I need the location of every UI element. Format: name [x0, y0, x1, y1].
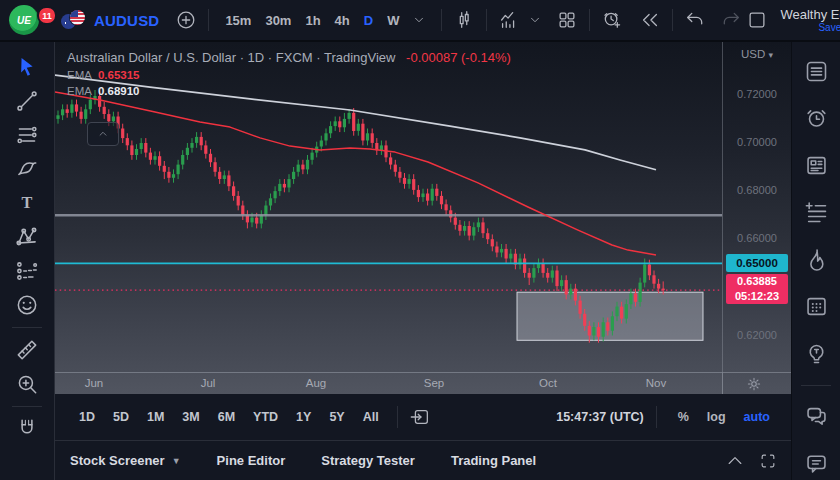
- time-tick: Aug: [306, 377, 326, 389]
- symbol-name: AUDUSD: [94, 12, 159, 29]
- price-axis[interactable]: USD ▾ 0.720000.700000.680000.660000.6200…: [722, 42, 791, 394]
- last-price-label: 0.6388505:12:23: [726, 274, 788, 304]
- fib-lines-tool-button[interactable]: [10, 118, 44, 152]
- us-flag-icon: [70, 10, 85, 25]
- maximize-panel-button[interactable]: [758, 451, 778, 471]
- hotlist-icon: [803, 246, 830, 273]
- create-alert-button[interactable]: [599, 7, 625, 33]
- notes-plus-panel-button[interactable]: [799, 195, 833, 229]
- select-layout-button[interactable]: [744, 7, 770, 33]
- timeframe-more-button[interactable]: [406, 7, 432, 33]
- timeframe-4h[interactable]: 4h: [328, 13, 357, 28]
- forecast-icon: [14, 258, 40, 284]
- axis-settings-button[interactable]: [745, 375, 763, 393]
- range-box-drawing: [517, 292, 703, 340]
- range-5y-button[interactable]: 5Y: [320, 410, 353, 424]
- range-1y-button[interactable]: 1Y: [287, 410, 320, 424]
- tab-strategy-tester[interactable]: Strategy Tester: [321, 453, 415, 468]
- range-3m-button[interactable]: 3M: [173, 410, 208, 424]
- symbol-flags-icon: [61, 8, 87, 32]
- ema-red-line: [55, 92, 656, 255]
- chart-style-button[interactable]: [451, 7, 477, 33]
- notes-plus-icon: [803, 199, 830, 226]
- pattern-tool-button[interactable]: [10, 220, 44, 254]
- pattern-icon: [14, 224, 40, 250]
- timeframe-30m[interactable]: 30m: [258, 13, 298, 28]
- divider: [441, 9, 442, 31]
- legend-indicator-row[interactable]: EMA0.65315: [67, 69, 511, 81]
- chart-pane[interactable]: Australian Dollar / U.S. Dollar · 1D · F…: [55, 42, 722, 394]
- range-ytd-button[interactable]: YTD: [244, 410, 287, 424]
- tradingview-app: { "topbar": { "notifications_badge": "11…: [0, 0, 840, 480]
- divider: [486, 9, 487, 31]
- timeframe-w[interactable]: W: [380, 13, 406, 28]
- tab-label: Strategy Tester: [321, 453, 415, 468]
- text-tool-button[interactable]: T: [10, 186, 44, 220]
- timeframe-d[interactable]: D: [357, 13, 380, 28]
- chat-private-icon: [803, 450, 830, 477]
- range-1d-button[interactable]: 1D: [70, 410, 104, 424]
- forecast-tool-button[interactable]: [10, 254, 44, 288]
- add-symbol-button[interactable]: [173, 7, 199, 33]
- calendar-panel-button[interactable]: [799, 289, 833, 323]
- price-tick: 0.70000: [723, 136, 791, 148]
- auto-scale-button[interactable]: auto: [735, 410, 779, 424]
- zoom-in-icon: [14, 371, 40, 397]
- symbol-button[interactable]: AUDUSD: [61, 8, 159, 32]
- gear-icon: [745, 375, 763, 393]
- tab-pine-editor[interactable]: Pine Editor: [217, 453, 286, 468]
- time-axis[interactable]: JunJulAugSepOctNov: [55, 372, 722, 394]
- collapse-legend-button[interactable]: [87, 122, 119, 146]
- range-1m-button[interactable]: 1M: [138, 410, 173, 424]
- tab-trading-panel[interactable]: Trading Panel: [451, 453, 536, 468]
- range-all-button[interactable]: All: [354, 410, 388, 424]
- ideas-panel-button[interactable]: [799, 336, 833, 370]
- range-6m-button[interactable]: 6M: [209, 410, 244, 424]
- brush-tool-button[interactable]: [10, 152, 44, 186]
- chat-public-panel-button[interactable]: [799, 399, 833, 433]
- save-layout-button[interactable]: Save: [818, 22, 840, 33]
- indicators-button[interactable]: [496, 7, 522, 33]
- time-tick: Jul: [201, 377, 216, 389]
- indicators-more-button[interactable]: [522, 7, 548, 33]
- logo-glyph: UE: [17, 15, 31, 26]
- legend-title: Australian Dollar / U.S. Dollar · 1D · F…: [67, 50, 395, 65]
- go-to-date-button[interactable]: [407, 404, 433, 430]
- alerts-panel-button[interactable]: [799, 101, 833, 135]
- open-panel-button[interactable]: [725, 451, 745, 471]
- currency-selector[interactable]: USD ▾: [723, 48, 791, 60]
- emoji-tool-button[interactable]: [10, 288, 44, 322]
- divider: [801, 385, 831, 386]
- layout-name-block[interactable]: Wealthy Edu Save: [780, 7, 840, 33]
- indicator-label: EMA: [67, 85, 92, 97]
- watchlist-panel-button[interactable]: [799, 54, 833, 88]
- bar-replay-button[interactable]: [637, 7, 663, 33]
- legend-indicator-row[interactable]: EMA0.68910: [67, 85, 511, 97]
- chat-private-panel-button[interactable]: [799, 446, 833, 480]
- zoom-in-tool-button[interactable]: [10, 367, 44, 401]
- hotlist-panel-button[interactable]: [799, 242, 833, 276]
- chevron-up-icon: [96, 127, 110, 141]
- indicator-templates-button[interactable]: [554, 7, 580, 33]
- magnet-tool-button[interactable]: [10, 412, 44, 446]
- ruler-tool-button[interactable]: [10, 333, 44, 367]
- percent-scale-button[interactable]: %: [669, 410, 698, 424]
- trend-line-icon: [14, 88, 40, 114]
- undo-button[interactable]: [682, 7, 708, 33]
- news-icon: [803, 152, 830, 179]
- trend-line-tool-button[interactable]: [10, 84, 44, 118]
- redo-button[interactable]: [718, 7, 744, 33]
- news-panel-button[interactable]: [799, 148, 833, 182]
- broker-logo[interactable]: UE 11: [9, 5, 39, 35]
- legend-title-row[interactable]: Australian Dollar / U.S. Dollar · 1D · F…: [67, 50, 511, 65]
- fib-lines-icon: [14, 122, 40, 148]
- log-scale-button[interactable]: log: [698, 410, 735, 424]
- divider: [208, 9, 209, 31]
- calendar-icon: [803, 293, 830, 320]
- cursor-tool-button[interactable]: [10, 50, 44, 84]
- tab-stock-screener[interactable]: Stock Screener▼: [70, 453, 181, 468]
- timeframe-15m[interactable]: 15m: [218, 13, 258, 28]
- range-5d-button[interactable]: 5D: [104, 410, 138, 424]
- indicator-value: 0.68910: [98, 85, 140, 97]
- timeframe-1h[interactable]: 1h: [298, 13, 327, 28]
